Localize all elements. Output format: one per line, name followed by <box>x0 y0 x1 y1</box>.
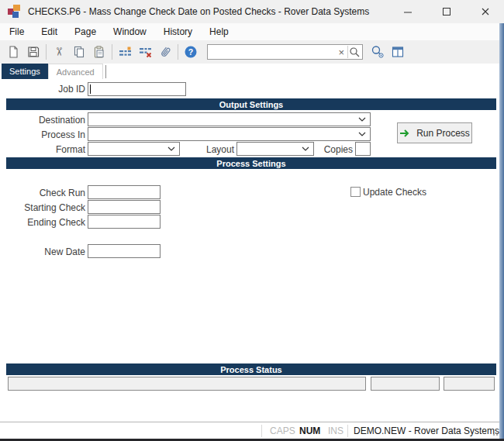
run-process-button[interactable]: Run Process <box>397 122 472 143</box>
tab-advanced[interactable]: Advanced <box>48 64 103 79</box>
insert-row-icon <box>118 45 133 59</box>
status-bar: CAPS NUM INS DEMO.NEW - Rover Data Syste… <box>0 422 504 439</box>
statusbar-divider <box>347 425 348 437</box>
ending-check-input[interactable] <box>88 215 161 229</box>
save-button[interactable] <box>23 42 43 62</box>
right-window-edge <box>499 23 504 439</box>
search-icon[interactable] <box>348 46 362 58</box>
layout-label: Layout <box>149 143 234 155</box>
close-button[interactable] <box>468 0 502 23</box>
menu-page[interactable]: Page <box>74 24 105 40</box>
cut-icon: ✂ <box>52 47 66 57</box>
tab-endcap <box>105 65 106 78</box>
app-window: CHECKS.P6 - Mass Change Check Date on Po… <box>0 0 504 441</box>
paste-icon <box>92 45 106 59</box>
num-lock-indicator: NUM <box>299 425 320 436</box>
paste-button[interactable] <box>89 42 109 62</box>
window-layout-button[interactable] <box>388 42 408 62</box>
toolbar-search: × <box>207 44 363 60</box>
minimize-icon <box>403 7 413 16</box>
caps-lock-indicator: CAPS <box>270 425 295 436</box>
starting-check-label: Starting Check <box>0 201 85 213</box>
attachment-button[interactable] <box>155 42 175 62</box>
statusbar-divider <box>261 425 262 437</box>
copy-button[interactable] <box>69 42 89 62</box>
search-input[interactable] <box>208 46 335 58</box>
maximize-button[interactable] <box>429 0 464 23</box>
update-checks-checkbox[interactable] <box>350 187 361 197</box>
run-arrow-icon <box>399 129 412 138</box>
svg-text:?: ? <box>188 47 193 57</box>
process-status-field <box>8 377 366 391</box>
destination-select[interactable] <box>88 112 371 126</box>
new-button[interactable] <box>3 42 23 62</box>
process-status-field-2 <box>371 377 440 391</box>
copy-icon <box>72 45 86 59</box>
delete-row-icon <box>138 45 153 59</box>
save-icon <box>26 45 40 59</box>
delete-row-button[interactable] <box>135 42 155 62</box>
chevron-down-icon <box>357 129 367 139</box>
help-icon: ? <box>184 45 198 59</box>
app-logo-icon <box>8 5 22 19</box>
paperclip-icon <box>155 42 174 61</box>
insert-mode-indicator: INS <box>328 425 343 436</box>
insert-row-button[interactable] <box>115 42 135 62</box>
title-bar: CHECKS.P6 - Mass Change Check Date on Po… <box>0 0 504 23</box>
job-id-label: Job ID <box>0 82 85 95</box>
process-status-field-3 <box>444 377 495 391</box>
process-in-select[interactable] <box>88 127 371 141</box>
lookup-button[interactable] <box>368 42 388 62</box>
copies-label: Copies <box>268 143 353 155</box>
copies-input[interactable] <box>355 142 371 156</box>
update-checks-label: Update Checks <box>363 187 426 198</box>
cut-button[interactable]: ✂ <box>49 42 69 62</box>
search-clear-icon[interactable]: × <box>335 47 347 57</box>
new-date-label: New Date <box>0 245 85 257</box>
process-status-header: Process Status <box>6 363 496 375</box>
toolbar-separator <box>178 44 178 60</box>
menu-history[interactable]: History <box>164 24 202 40</box>
toolbar-separator <box>112 44 112 60</box>
starting-check-input[interactable] <box>88 200 161 214</box>
toolbar-separator <box>46 44 47 60</box>
window-title: CHECKS.P6 - Mass Change Check Date on Po… <box>28 6 369 17</box>
maximize-icon <box>442 7 451 16</box>
text-caret <box>90 84 91 94</box>
company-indicator: DEMO.NEW - Rover Data Systems <box>354 425 499 436</box>
destination-label: Destination <box>0 113 85 126</box>
ending-check-label: Ending Check <box>0 215 85 228</box>
menu-bar: File Edit Page Window History Help <box>0 23 504 40</box>
process-in-label: Process In <box>0 128 85 140</box>
help-button[interactable]: ? <box>181 42 201 62</box>
tab-settings[interactable]: Settings <box>2 64 48 79</box>
output-settings-header: Output Settings <box>6 98 496 110</box>
minimize-button[interactable] <box>390 0 425 23</box>
format-label: Format <box>0 143 85 155</box>
close-icon <box>481 7 490 16</box>
menu-edit[interactable]: Edit <box>41 24 67 40</box>
toolbar: ✂ ? × <box>0 40 504 64</box>
window-layout-icon <box>391 45 405 59</box>
check-run-label: Check Run <box>0 186 85 198</box>
new-document-icon <box>6 45 20 59</box>
lookup-eye-icon <box>371 45 385 59</box>
check-run-input[interactable] <box>88 185 161 199</box>
job-id-input[interactable] <box>88 82 186 96</box>
run-process-label: Run Process <box>416 128 470 139</box>
tab-strip: Settings Advanced <box>2 64 106 79</box>
menu-file[interactable]: File <box>9 24 33 40</box>
menu-window[interactable]: Window <box>113 24 156 40</box>
new-date-input[interactable] <box>88 244 161 258</box>
chevron-down-icon <box>357 115 367 124</box>
process-settings-header: Process Settings <box>6 157 496 169</box>
menu-help[interactable]: Help <box>209 24 238 40</box>
